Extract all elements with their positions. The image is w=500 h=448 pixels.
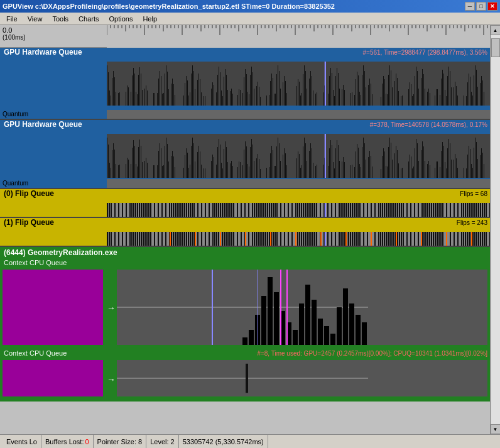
scroll-track: [491, 35, 500, 424]
process-left-chart-2: [3, 360, 103, 396]
close-button[interactable]: ✕: [487, 2, 497, 11]
main-area: 0.0 (100ms) GPU Hardware Queue #=561, Ti…: [0, 25, 500, 434]
gpu-queue-2: GPU Hardware Queue #=378, Time=140578 (1…: [0, 120, 490, 189]
ruler-sublabel: (100ms): [3, 34, 26, 41]
title-bar: GPUView c:\DXAppsProfileing\profiles\geo…: [0, 0, 500, 13]
process-2-info: #=8, Time used: GPU=2457 (0.2457ms)[0.00…: [257, 350, 487, 357]
flip-chart-0: [107, 203, 490, 217]
menu-bar: File View Tools Charts Options Help: [0, 13, 500, 25]
window-title: GPUView c:\DXAppsProfileing\profiles\geo…: [3, 3, 465, 10]
flip-queue-0-header: (0) Flip Queue: [0, 188, 58, 199]
menu-options[interactable]: Options: [104, 14, 138, 24]
flip-queue-1: (1) Flip Queue Flips = 243: [0, 218, 490, 247]
events-lost-item: Events Lo: [3, 435, 41, 448]
pointer-size-item: Pointer Size: 8: [94, 435, 147, 448]
gpu-queue-1: GPU Hardware Queue #=561, Time=2988477 (…: [0, 48, 490, 120]
time-item: 53305742 (5,330.5742ms): [179, 435, 268, 448]
process-header: (6444) GeometryRealization.exe: [0, 247, 490, 258]
quantum-label-2: Quantum: [3, 180, 28, 187]
quantum-bar-2: [107, 179, 490, 188]
scroll-down-button[interactable]: ▼: [491, 424, 501, 434]
menu-tools[interactable]: Tools: [47, 14, 73, 24]
gpu-chart-1: [107, 62, 490, 106]
flip-queue-0-info: Flips = 68: [460, 190, 487, 197]
level-item: Level: 2: [146, 435, 179, 448]
ruler-ticks: [107, 25, 490, 48]
pointer-size-label: Pointer Size: 8: [97, 438, 143, 445]
process-section: (6444) GeometryRealization.exe Context C…: [0, 247, 490, 349]
menu-view[interactable]: View: [23, 14, 48, 24]
flip-queue-1-header: (1) Flip Queue: [0, 217, 58, 228]
process-chart-row: →: [0, 267, 490, 349]
gpu-queue-1-info: #=561, Time=2988477 (298.8477ms), 3.56%: [363, 49, 487, 56]
flip-queue-1-info: Flips = 243: [457, 219, 487, 226]
process-section-2: Context CPU Queue #=8, Time used: GPU=24…: [0, 349, 490, 402]
process-arrow-2-icon: →: [107, 358, 117, 402]
gpu-queue-1-header: GPU Hardware Queue: [0, 46, 86, 58]
process-left-chart: [3, 270, 103, 345]
events-lost-label: Events Lo: [6, 438, 37, 445]
scroll-thumb[interactable]: [491, 38, 500, 57]
ruler: 0.0 (100ms): [0, 25, 490, 48]
minimize-button[interactable]: ─: [465, 2, 475, 11]
buffers-lost-item: Buffers Lost: 0: [41, 435, 94, 448]
status-bar: Events Lo Buffers Lost: 0 Pointer Size: …: [0, 434, 500, 448]
scrollbar[interactable]: ▲ ▼: [490, 25, 500, 434]
level-label: Level: 2: [150, 438, 175, 445]
flip-queue-0: (0) Flip Queue Flips = 68: [0, 189, 490, 218]
process-subheader: Context CPU Queue: [0, 258, 490, 267]
process-arrow-icon: →: [107, 267, 117, 349]
process-chart-row-2: →: [0, 358, 490, 402]
gpu-chart-2: [107, 134, 490, 178]
menu-charts[interactable]: Charts: [73, 14, 104, 24]
time-value: 53305742 (5,330.5742ms): [183, 438, 264, 445]
menu-help[interactable]: Help: [138, 14, 162, 24]
window-controls: ─ □ ✕: [465, 2, 497, 11]
process-right-chart-2: [117, 360, 487, 396]
ruler-label: 0.0: [3, 26, 12, 34]
quantum-label-1: Quantum: [3, 111, 28, 117]
menu-file[interactable]: File: [1, 14, 23, 24]
flip-chart-1: [107, 232, 490, 246]
buffers-lost-value: 0: [85, 438, 89, 445]
buffers-lost-label: Buffers Lost:: [45, 438, 84, 445]
gpu-queue-2-header: GPU Hardware Queue: [0, 119, 86, 130]
content-area: 0.0 (100ms) GPU Hardware Queue #=561, Ti…: [0, 25, 490, 434]
maximize-button[interactable]: □: [476, 2, 486, 11]
gpu-queue-2-info: #=378, Time=140578 (14.0578ms), 0.17%: [370, 121, 487, 128]
quantum-bar-1: [107, 110, 490, 119]
process-right-chart: [117, 270, 487, 345]
scroll-up-button[interactable]: ▲: [491, 25, 501, 35]
